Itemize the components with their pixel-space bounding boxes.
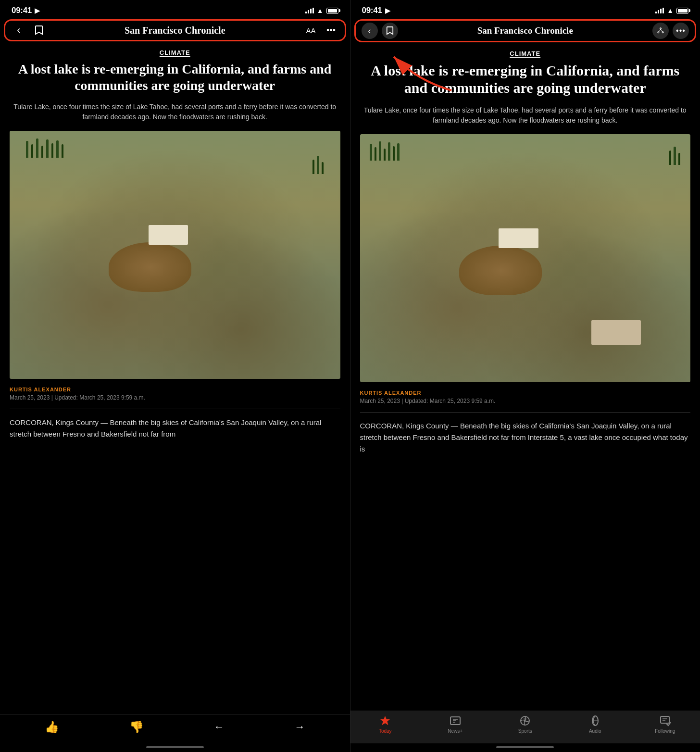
home-indicator-right [496,746,554,748]
article-date-left: March 25, 2023 | Updated: March 25, 2023… [10,394,340,401]
svg-rect-13 [661,716,669,723]
tab-sports-label: Sports [518,728,532,734]
tab-following[interactable]: Following [650,715,679,734]
thumbs-down-button[interactable]: 👎 [129,720,144,734]
home-indicator-left [146,746,204,748]
article-category-right: CLIMATE [360,50,691,57]
signal-bar-r4 [662,8,664,13]
article-title-right: A lost lake is re-emerging in California… [360,62,691,97]
signal-bars-right [655,8,664,13]
right-phone: 09:41 ▶ ▲ ‹ [350,0,700,752]
article-title-left: A lost lake is re-emerging in California… [10,61,340,93]
signal-bar-r1 [655,12,657,13]
back-button-right[interactable]: ‹ [362,23,378,39]
signal-bar-2 [308,10,309,13]
nav-title-left: San Francisco Chronicle [51,25,299,36]
tab-audio-label: Audio [589,728,601,734]
bookmark-button-left[interactable] [31,23,47,38]
tab-today-label: Today [379,728,392,734]
article-date-right: March 25, 2023 | Updated: March 25, 2023… [360,398,691,404]
article-divider-left [10,409,340,409]
left-phone: 09:41 ▶ ▲ ‹ [0,0,350,752]
article-author-left: KURTIS ALEXANDER [10,387,340,392]
nav-bar-highlighted: ‹ San Francisco Chronicle AA ••• [4,19,346,41]
back-button-left[interactable]: ‹ [11,23,26,38]
article-content-left: CLIMATE A lost lake is re-emerging in Ca… [0,42,350,714]
share-button-right[interactable] [652,23,669,39]
bookmark-button-right[interactable] [382,23,398,39]
tab-newsplus-label: News+ [448,728,462,734]
signal-bar-3 [310,9,312,13]
svg-line-4 [661,29,662,32]
wifi-icon-right: ▲ [667,7,674,14]
nav-title-right: San Francisco Chronicle [402,25,649,36]
svg-line-3 [659,29,661,32]
sports-icon [519,715,531,727]
signal-bar-r3 [660,9,662,13]
thumbs-up-button[interactable]: 👍 [45,720,59,734]
tab-newsplus[interactable]: News+ [441,715,470,734]
location-icon: ▶ [35,7,40,14]
tab-today[interactable]: Today [371,715,400,734]
text-size-button[interactable]: AA [303,23,319,38]
article-image-left [10,131,340,379]
tab-audio[interactable]: Audio [581,715,610,734]
article-author-right: KURTIS ALEXANDER [360,390,691,396]
more-button-right[interactable]: ••• [673,23,689,39]
signal-bar-4 [312,8,314,13]
battery-icon [326,8,338,14]
article-content-right: CLIMATE A lost lake is re-emerging in Ca… [350,43,700,711]
tab-sports[interactable]: Sports [511,715,539,734]
signal-bar-1 [305,12,307,13]
location-icon-right: ▶ [385,7,390,14]
time-left: 09:41 ▶ [12,6,40,15]
nav-annotation-area: ‹ San Francisco Chronicle [350,18,700,43]
nav-bar-right-highlighted: ‹ San Francisco Chronicle [354,19,697,42]
status-bar-right: 09:41 ▶ ▲ [350,0,700,18]
article-subtitle-right: Tulare Lake, once four times the size of… [360,105,691,125]
status-icons-right: ▲ [655,7,688,14]
battery-icon-right [676,8,688,14]
tab-following-label: Following [655,728,675,734]
time-display-right: 09:41 [362,6,382,15]
article-subtitle-left: Tulare Lake, once four times the size of… [10,102,340,122]
article-category-left: CLIMATE [10,49,340,56]
article-image-right [360,134,691,382]
article-body-right: CORCORAN, Kings County — Beneath the big… [360,420,691,455]
time-display: 09:41 [12,6,32,15]
following-icon [659,715,671,727]
article-body-left: CORCORAN, Kings County — Beneath the big… [10,417,340,440]
newsplus-icon [450,715,461,727]
more-button-left[interactable]: ••• [324,23,339,38]
svg-point-0 [660,28,662,29]
status-icons-left: ▲ [305,7,338,14]
bottom-toolbar-left: 👍 👎 ← → [0,714,350,743]
time-right: 09:41 ▶ [362,6,390,15]
signal-bar-r2 [658,10,659,13]
forward-nav-button[interactable]: → [295,721,305,733]
today-icon [379,715,391,727]
back-nav-button[interactable]: ← [214,721,225,733]
tab-bar-right: Today News+ [350,711,700,743]
signal-bars [305,8,314,13]
status-bar-left: 09:41 ▶ ▲ [0,0,350,18]
article-divider-right [360,412,691,413]
wifi-icon: ▲ [317,7,324,14]
audio-icon [589,715,601,727]
